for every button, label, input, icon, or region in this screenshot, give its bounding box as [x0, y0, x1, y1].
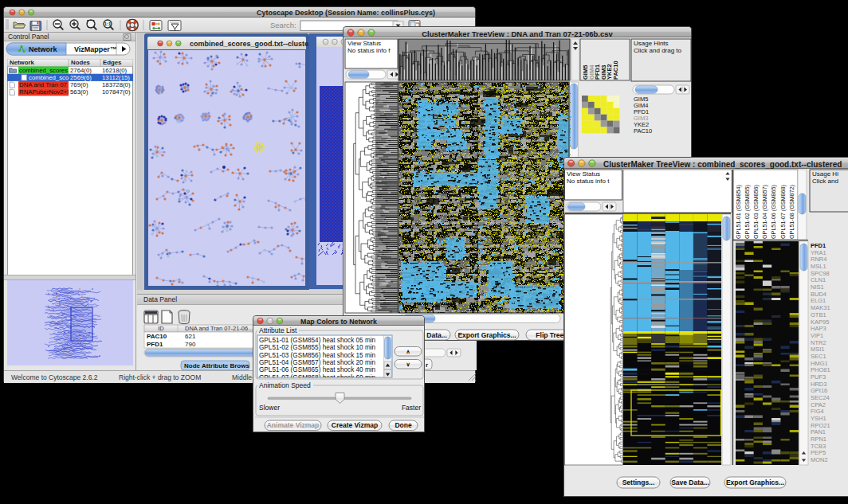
svg-text:Done: Done — [395, 421, 412, 429]
svg-text:Click and: Click and — [812, 178, 838, 185]
svg-text:GPL51-03 (GSM856) heat shock 1: GPL51-03 (GSM856) heat shock 15 min — [259, 352, 376, 359]
svg-text:Faster: Faster — [402, 404, 421, 412]
svg-text:16218(0): 16218(0) — [102, 67, 128, 74]
svg-text:RPN1: RPN1 — [811, 436, 826, 443]
svg-text:GPL51-08 (GSM872): GPL51-08 (GSM872) — [788, 185, 795, 239]
svg-text:PHO81: PHO81 — [811, 366, 830, 373]
svg-text:NTR2: NTR2 — [811, 339, 826, 346]
svg-text:∧: ∧ — [406, 349, 410, 354]
svg-text:Usage Hints: Usage Hints — [634, 40, 669, 47]
svg-text:SEC1: SEC1 — [811, 353, 826, 360]
svg-text:769(0): 769(0) — [70, 81, 88, 88]
svg-text:Usage Hi: Usage Hi — [812, 170, 838, 178]
svg-text:GPL51-02 (GSM855): GPL51-02 (GSM855) — [744, 185, 751, 239]
svg-text:GPL51-02 (GSM855) heat shock 1: GPL51-02 (GSM855) heat shock 10 min — [259, 344, 376, 351]
svg-text:Edges: Edges — [103, 59, 122, 66]
svg-text:combined_scores: combined_scores — [19, 67, 68, 74]
svg-text:GPL51-06 (GSM865) heat shock 4: GPL51-06 (GSM865) heat shock 40 min — [259, 366, 376, 373]
svg-text:View Status: View Status — [347, 40, 381, 47]
svg-text:MSI1: MSI1 — [811, 346, 825, 353]
svg-text:PFD1: PFD1 — [147, 341, 163, 348]
svg-text:GPL51-03 (GSM856): GPL51-03 (GSM856) — [752, 185, 760, 239]
svg-text:PFD1: PFD1 — [811, 242, 826, 249]
svg-text:MSL1: MSL1 — [811, 263, 826, 270]
svg-text:YRA1: YRA1 — [811, 249, 826, 256]
svg-text:PAC10: PAC10 — [634, 127, 652, 135]
svg-text:GPL51-07 (GSM868): GPL51-07 (GSM868) — [779, 185, 787, 239]
svg-text:No status info t: No status info t — [567, 178, 610, 185]
svg-text:Click and drag to: Click and drag to — [634, 47, 682, 54]
svg-text:Network: Network — [29, 45, 58, 53]
svg-text:Nodes: Nodes — [71, 59, 90, 66]
svg-text:GPL51-01 (GSM854): GPL51-01 (GSM854) — [735, 185, 742, 239]
svg-text:Animation Speed: Animation Speed — [259, 381, 311, 389]
svg-text:∨: ∨ — [406, 361, 410, 367]
svg-text:GPL51-04 (GSM857) heat shock 2: GPL51-04 (GSM857) heat shock 20 min — [259, 359, 376, 366]
svg-text:VIP1: VIP1 — [811, 332, 823, 339]
svg-text:Export Graphics...: Export Graphics... — [726, 479, 784, 486]
svg-text:CLN1: CLN1 — [811, 276, 826, 283]
svg-text:GTB1: GTB1 — [811, 311, 826, 318]
svg-text:GPL51-07 (GSM868) heat shock 6: GPL51-07 (GSM868) heat shock 60 min — [259, 374, 376, 381]
svg-text:HRD3: HRD3 — [811, 381, 826, 388]
svg-text:1:1: 1:1 — [104, 21, 112, 26]
svg-text:13112(15): 13112(15) — [102, 74, 130, 81]
svg-text:621: 621 — [185, 333, 196, 340]
svg-text:MAK31: MAK31 — [811, 304, 830, 311]
svg-text:Export Graphics...: Export Graphics... — [457, 331, 516, 339]
svg-text:563(0): 563(0) — [70, 88, 88, 96]
svg-text:DNA and Tran 07-21-06...: DNA and Tran 07-21-06... — [185, 325, 253, 332]
svg-text:r: r — [426, 361, 428, 369]
svg-text:Animate Vizmap: Animate Vizmap — [267, 421, 320, 429]
svg-text:PUF3: PUF3 — [811, 373, 826, 381]
svg-text:183728(0): 183728(0) — [102, 81, 131, 88]
svg-text:FIG4: FIG4 — [811, 408, 824, 415]
svg-text:KAP95: KAP95 — [811, 318, 829, 326]
svg-text:VizMapper™: VizMapper™ — [74, 45, 117, 53]
svg-text:SPC98: SPC98 — [811, 270, 830, 277]
svg-text:2764(0): 2764(0) — [70, 67, 92, 74]
svg-text:Node Attribute Brows: Node Attribute Brows — [184, 362, 249, 369]
svg-text:PAC10: PAC10 — [147, 333, 167, 340]
svg-text:CPA2: CPA2 — [811, 401, 826, 408]
svg-text:GPI16: GPI16 — [811, 387, 827, 394]
svg-text:RPO21: RPO21 — [811, 422, 830, 429]
svg-text:2569(6): 2569(6) — [70, 74, 92, 81]
svg-text:ELG1: ELG1 — [811, 297, 826, 304]
svg-text:Create Vizmap: Create Vizmap — [332, 421, 378, 429]
svg-text:Slower: Slower — [259, 404, 280, 412]
svg-text:PEP5: PEP5 — [811, 449, 826, 456]
svg-text:MON2: MON2 — [811, 456, 828, 463]
svg-text:GPL51-06 (GSM865): GPL51-06 (GSM865) — [770, 185, 777, 239]
svg-text:View Status: View Status — [567, 170, 600, 178]
svg-text:Save Data...: Save Data... — [671, 479, 709, 486]
svg-text:ID: ID — [158, 325, 164, 332]
svg-text:GPL51-01 (GSM854) heat shock 0: GPL51-01 (GSM854) heat shock 05 min — [259, 337, 376, 344]
svg-text:Network: Network — [10, 59, 34, 66]
svg-text:Settings...: Settings... — [622, 479, 655, 486]
svg-text:PAC10: PAC10 — [612, 61, 619, 80]
svg-text:combined_sco: combined_sco — [29, 74, 69, 81]
svg-text:combined_scores_good.txt--clus: combined_scores_good.txt--cluste... — [190, 40, 309, 48]
svg-text:No status info f: No status info f — [347, 47, 391, 54]
svg-text:RNAPuberNov2+!: RNAPuberNov2+! — [19, 88, 69, 96]
svg-text:Attribute List: Attribute List — [259, 326, 297, 334]
svg-text:107847(0): 107847(0) — [102, 88, 131, 96]
svg-text:790: 790 — [185, 341, 196, 348]
svg-text:DNA and Tran 07: DNA and Tran 07 — [19, 81, 67, 88]
svg-text:GPL51-04 (GSM857): GPL51-04 (GSM857) — [761, 185, 768, 239]
svg-text:YSH1: YSH1 — [811, 415, 826, 422]
svg-text:Search:: Search: — [270, 21, 296, 29]
svg-text:NIS1: NIS1 — [811, 283, 824, 291]
svg-text:TCB3: TCB3 — [811, 443, 826, 450]
